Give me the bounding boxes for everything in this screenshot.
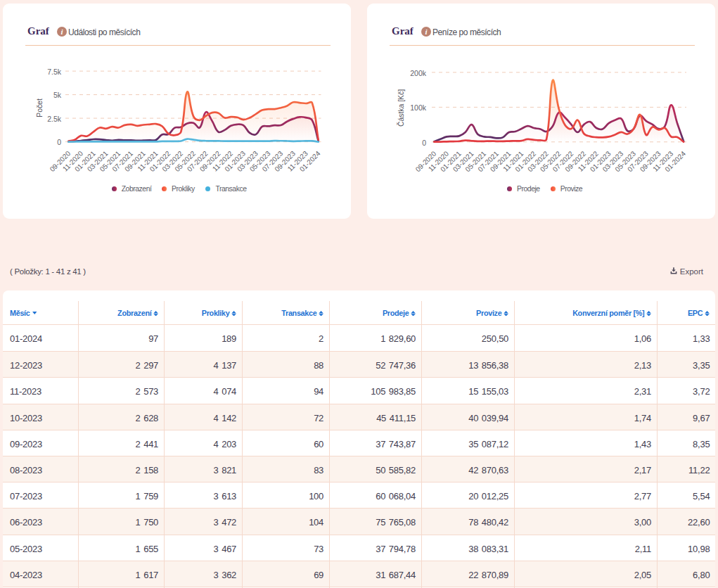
- svg-text:0: 0: [57, 138, 61, 146]
- svg-text:7.5k: 7.5k: [47, 68, 62, 76]
- svg-text:Počet: Počet: [36, 98, 44, 117]
- svg-text:100k: 100k: [410, 103, 427, 112]
- svg-text:2.5k: 2.5k: [47, 115, 62, 123]
- svg-text:200k: 200k: [410, 69, 427, 77]
- svg-text:0: 0: [422, 139, 426, 147]
- svg-text:5k: 5k: [53, 91, 62, 99]
- svg-text:Částka [Kč]: Částka [Kč]: [397, 89, 405, 127]
